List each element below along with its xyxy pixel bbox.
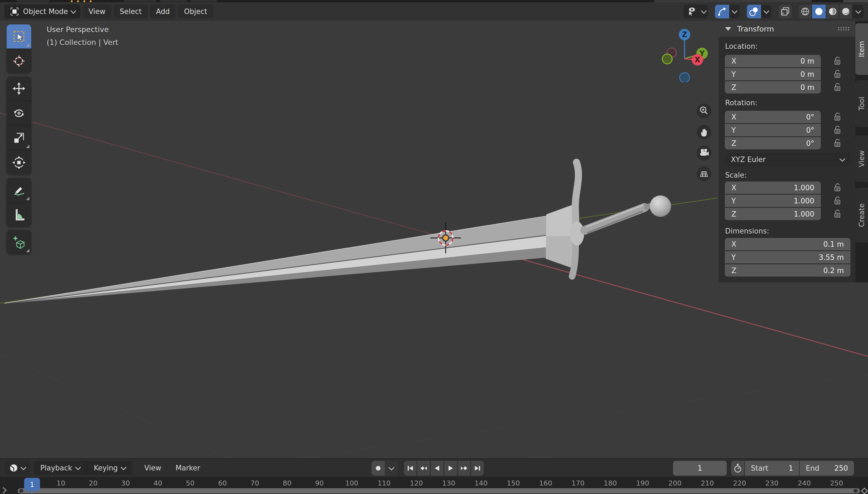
- end-frame-field[interactable]: End250: [800, 461, 854, 476]
- resize-diamond-icon[interactable]: [861, 488, 868, 494]
- grid-icon: [699, 168, 710, 179]
- scale-y-field[interactable]: Y1.000: [725, 195, 821, 207]
- shading-wireframe-button[interactable]: [799, 5, 812, 18]
- lock-button[interactable]: [832, 82, 843, 92]
- next-keyframe-button[interactable]: [458, 461, 470, 476]
- drag-dots-icon[interactable]: [837, 26, 850, 32]
- scrollbar-knob-right[interactable]: [853, 489, 857, 493]
- scrollbar-knob-left[interactable]: [19, 489, 23, 493]
- lock-button[interactable]: [832, 196, 843, 205]
- overlays-toggle-button[interactable]: [747, 5, 761, 18]
- sword-object[interactable]: [4, 162, 671, 304]
- current-frame-field[interactable]: 1: [673, 461, 727, 476]
- ruler-frame-label: 220: [733, 479, 746, 487]
- mode-selector[interactable]: Object Mode: [4, 4, 80, 19]
- keying-dropdown-button[interactable]: [385, 461, 398, 476]
- shading-material-button[interactable]: [826, 5, 839, 18]
- location-y-field[interactable]: Y0 m: [725, 68, 821, 80]
- ruler-frame-label: 70: [250, 479, 259, 487]
- tool-cursor[interactable]: [6, 49, 31, 73]
- tool-transform[interactable]: [6, 150, 31, 175]
- tab-tool[interactable]: Tool: [855, 80, 868, 127]
- xray-toggle-button[interactable]: [779, 5, 792, 18]
- shading-solid-button[interactable]: [812, 5, 826, 18]
- playhead-line: [31, 491, 32, 494]
- tab-create[interactable]: Create: [855, 188, 868, 243]
- object-type-visibility-button[interactable]: [684, 5, 700, 18]
- horizontal-scrollbar[interactable]: [18, 488, 860, 493]
- auto-keying-button[interactable]: [372, 461, 385, 476]
- play-button[interactable]: [444, 461, 457, 476]
- lock-button[interactable]: [832, 56, 843, 65]
- gizmo-toggle-button[interactable]: [715, 5, 729, 18]
- tool-move[interactable]: [6, 76, 31, 101]
- lock-button[interactable]: [832, 138, 843, 148]
- lock-button[interactable]: [832, 125, 843, 134]
- object-visibility-group: [684, 5, 708, 18]
- rotation-z-field[interactable]: Z0°: [725, 137, 821, 149]
- dimensions-z-field[interactable]: Z0.2 m: [725, 264, 850, 277]
- perspective-toggle-button[interactable]: [697, 166, 712, 181]
- frame-ruler[interactable]: 1020304050607080901001101201301401501601…: [0, 477, 868, 494]
- axis-ball-neg-x[interactable]: [662, 54, 672, 64]
- preview-range-button[interactable]: [731, 461, 744, 476]
- zoom-button[interactable]: [697, 103, 712, 118]
- expand-chevron-icon[interactable]: [0, 487, 6, 493]
- gizmo-dropdown-button[interactable]: [729, 5, 740, 18]
- location-z-field[interactable]: Z0 m: [725, 81, 821, 94]
- menu-view[interactable]: View: [82, 4, 112, 19]
- tool-annotate[interactable]: [6, 178, 31, 202]
- scale-z-field[interactable]: Z1.000: [725, 208, 821, 220]
- tool-add-cube[interactable]: [6, 230, 31, 254]
- previous-keyframe-button[interactable]: [417, 461, 430, 476]
- pan-button[interactable]: [697, 125, 712, 139]
- tool-measure[interactable]: [6, 202, 31, 227]
- jump-to-end-button[interactable]: [471, 461, 484, 476]
- tab-item[interactable]: Item: [855, 23, 868, 75]
- lock-button[interactable]: [832, 183, 843, 192]
- tab-view[interactable]: View: [855, 135, 868, 182]
- lock-button[interactable]: [832, 69, 843, 78]
- dimensions-y-field[interactable]: Y3.55 m: [725, 251, 850, 263]
- editor-type-button[interactable]: [4, 461, 30, 475]
- scale-x-field[interactable]: X1.000: [725, 182, 821, 194]
- rotation-y-field[interactable]: Y0°: [725, 124, 821, 136]
- tool-scale[interactable]: [6, 125, 31, 150]
- playhead-marker[interactable]: 1: [24, 478, 40, 491]
- topbar-tab: [190, 0, 216, 2]
- play-reverse-button[interactable]: [431, 461, 444, 476]
- location-x-field[interactable]: X0 m: [725, 55, 821, 67]
- lock-button[interactable]: [832, 112, 843, 121]
- menu-select[interactable]: Select: [114, 4, 148, 19]
- visibility-dropdown-button[interactable]: [700, 5, 708, 18]
- panel-title: Transform: [737, 25, 774, 33]
- dimensions-x-field[interactable]: X0.1 m: [725, 238, 850, 250]
- jump-to-start-button[interactable]: [404, 461, 417, 476]
- overlays-dropdown-button[interactable]: [761, 5, 772, 18]
- ruler-frame-label: 240: [798, 479, 811, 487]
- start-frame-field[interactable]: Start1: [745, 461, 799, 476]
- rendered-sphere-icon: [841, 6, 851, 17]
- gizmo-icon: [717, 6, 728, 17]
- camera-view-button[interactable]: [697, 146, 712, 160]
- rotation-mode-dropdown[interactable]: XYZ Euler: [725, 153, 850, 166]
- menu-timeline-view[interactable]: View: [137, 464, 168, 472]
- padlock-open-icon: [834, 125, 842, 134]
- tool-rotate[interactable]: [6, 101, 31, 125]
- menu-keying[interactable]: Keying: [87, 461, 132, 475]
- menu-object[interactable]: Object: [178, 4, 213, 19]
- menu-playback[interactable]: Playback: [34, 461, 87, 475]
- play-icon: [446, 464, 455, 473]
- lock-button[interactable]: [832, 209, 843, 218]
- axis-ball-neg-z[interactable]: [680, 73, 690, 82]
- menu-marker[interactable]: Marker: [168, 464, 207, 472]
- axis-navigation-gizmo[interactable]: Z Y X: [658, 23, 713, 82]
- rotation-x-field[interactable]: X0°: [725, 111, 821, 123]
- tool-select-box[interactable]: [6, 24, 31, 49]
- next-keyframe-icon: [460, 464, 468, 473]
- shading-rendered-button[interactable]: [839, 5, 852, 18]
- menu-add[interactable]: Add: [150, 4, 176, 19]
- collapse-triangle-icon[interactable]: [725, 27, 731, 31]
- transform-panel-header[interactable]: Transform: [719, 21, 855, 37]
- shading-dropdown-button[interactable]: [853, 5, 864, 18]
